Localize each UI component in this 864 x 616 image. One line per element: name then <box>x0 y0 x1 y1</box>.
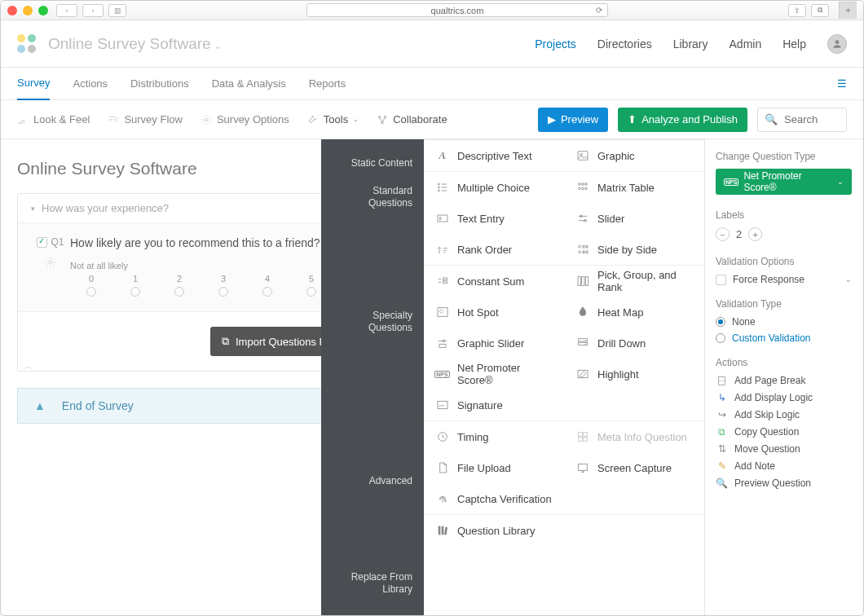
svg-rect-33 <box>578 277 580 286</box>
survey-options-button[interactable]: Survey Options <box>201 113 289 125</box>
menu-item-matrix-table[interactable]: Matrix Table <box>564 172 704 203</box>
svg-rect-26 <box>443 278 447 280</box>
menu-item-nps[interactable]: NPSNet Promoter Score® <box>424 359 564 389</box>
project-title-dropdown[interactable]: Online Survey Software⌄ <box>48 35 221 53</box>
action-add-display-logic[interactable]: ↳Add Display Logic <box>716 392 852 403</box>
menu-item-pick-group-rank[interactable]: Pick, Group, and Rank <box>564 266 704 297</box>
nav-admin[interactable]: Admin <box>730 37 762 51</box>
clock-icon <box>435 430 449 444</box>
analyze-publish-button[interactable]: ⬆ Analyze and Publish <box>618 108 747 132</box>
maximize-window-button[interactable] <box>38 6 48 15</box>
project-tabs: Survey Actions Distributions Data & Anal… <box>1 68 863 100</box>
menu-item-timing[interactable]: Timing <box>424 421 564 452</box>
drilldown-icon <box>575 337 589 350</box>
menu-item-constant-sum[interactable]: Constant Sum <box>424 266 564 297</box>
search-input[interactable] <box>782 112 840 126</box>
increment-button[interactable]: + <box>748 227 762 241</box>
menu-item-file-upload[interactable]: File Upload <box>424 452 564 483</box>
menu-item-text-entry[interactable]: Text Entry <box>424 203 564 234</box>
decrement-button[interactable]: − <box>716 227 730 241</box>
tools-dropdown[interactable]: Tools ⌄ <box>307 113 359 125</box>
svg-rect-43 <box>583 438 587 442</box>
tab-actions[interactable]: Actions <box>73 68 108 100</box>
look-and-feel-button[interactable]: Look & Feel <box>17 113 90 125</box>
validation-custom-radio[interactable]: Custom Validation <box>716 332 852 344</box>
menu-cat-advanced: Advanced <box>321 465 424 561</box>
menu-item-multiple-choice[interactable]: Multiple Choice <box>424 172 564 203</box>
search-icon: 🔍 <box>765 113 778 125</box>
change-type-label: Change Question Type <box>716 151 852 162</box>
action-copy-question[interactable]: ⧉Copy Question <box>716 426 852 438</box>
new-tab-button[interactable]: + <box>839 2 857 19</box>
list-view-icon[interactable]: ☰ <box>837 77 847 90</box>
text-icon: A <box>435 149 449 163</box>
action-preview-question[interactable]: 🔍Preview Question <box>716 477 852 489</box>
tab-data-analysis[interactable]: Data & Analysis <box>212 68 286 100</box>
tab-reports[interactable]: Reports <box>309 68 346 100</box>
question-checkbox[interactable] <box>37 237 47 248</box>
validation-none-radio[interactable]: None <box>716 316 852 328</box>
forward-button[interactable]: › <box>82 4 104 17</box>
menu-item-highlight[interactable]: Highlight <box>564 359 704 389</box>
menu-cat-standard: Standard Questions <box>321 180 424 300</box>
question-type-selector[interactable]: NPS Net Promoter Score® ⌄ <box>716 169 852 195</box>
tab-distributions[interactable]: Distributions <box>130 68 189 100</box>
tabs-button[interactable]: ⧉ <box>811 4 829 17</box>
user-avatar[interactable] <box>827 34 847 54</box>
sum-icon <box>435 275 449 288</box>
url-bar[interactable]: qualtrics.com ⟳ <box>306 3 608 17</box>
svg-rect-23 <box>586 245 588 248</box>
menu-item-graphic[interactable]: Graphic <box>564 140 704 171</box>
action-move-question[interactable]: ⇅Move Question <box>716 443 852 455</box>
nav-projects[interactable]: Projects <box>535 37 576 51</box>
menu-item-slider[interactable]: Slider <box>564 203 704 234</box>
side-by-side-icon <box>575 243 589 257</box>
nav-library[interactable]: Library <box>673 37 708 51</box>
menu-item-question-library[interactable]: Question Library <box>424 515 704 546</box>
tab-survey[interactable]: Survey <box>17 68 50 100</box>
menu-item-heat-map[interactable]: Heat Map <box>564 297 704 328</box>
menu-item-drill-down[interactable]: Drill Down <box>564 328 704 359</box>
gear-icon[interactable] <box>44 256 57 269</box>
action-add-page-break[interactable]: Add Page Break <box>716 375 852 386</box>
sidebar-button[interactable]: ▥ <box>108 4 126 17</box>
close-window-button[interactable] <box>7 6 17 15</box>
menu-item-hot-spot[interactable]: Hot Spot <box>424 297 564 328</box>
menu-item-signature[interactable]: Signature <box>424 389 564 420</box>
share-button[interactable]: ⇪ <box>788 4 806 17</box>
menu-item-meta-info[interactable]: Meta Info Question <box>564 421 704 452</box>
menu-item-descriptive-text[interactable]: ADescriptive Text <box>424 140 564 171</box>
force-response-toggle[interactable]: Force Response ⌄ <box>716 274 852 285</box>
menu-item-screen-capture[interactable]: Screen Capture <box>564 452 704 483</box>
refresh-icon[interactable]: ⟳ <box>596 6 602 15</box>
graphic-slider-icon <box>435 337 449 350</box>
move-icon: ⇅ <box>716 443 728 455</box>
preview-button[interactable]: ▶ Preview <box>538 108 608 132</box>
question-id: Q1 <box>51 236 64 248</box>
chevron-down-icon: ⌄ <box>837 178 844 186</box>
menu-item-rank-order[interactable]: Rank Order <box>424 234 564 265</box>
svg-rect-29 <box>439 310 442 312</box>
svg-rect-46 <box>441 526 443 535</box>
menu-item-graphic-slider[interactable]: Graphic Slider <box>424 328 564 359</box>
question-type-menu: Static Content Standard Questions Specia… <box>321 139 705 615</box>
action-add-skip-logic[interactable]: ↪Add Skip Logic <box>716 409 852 420</box>
back-button[interactable]: ‹ <box>56 4 77 17</box>
menu-item-captcha[interactable]: Captcha Verification <box>424 483 564 514</box>
warning-icon: ▲ <box>34 399 46 412</box>
search-input-container[interactable]: 🔍 <box>757 108 847 132</box>
svg-rect-34 <box>581 277 584 286</box>
nav-directories[interactable]: Directories <box>597 37 652 51</box>
collaborate-button[interactable]: Collaborate <box>377 113 447 125</box>
labels-label: Labels <box>716 209 852 221</box>
checkbox[interactable] <box>716 275 726 285</box>
svg-point-2 <box>378 116 380 117</box>
nav-help[interactable]: Help <box>782 37 806 51</box>
action-add-note[interactable]: ✎Add Note <box>716 460 852 472</box>
signature-icon <box>435 398 449 412</box>
survey-flow-button[interactable]: Survey Flow <box>108 113 183 125</box>
minimize-window-button[interactable] <box>23 6 33 15</box>
rank-icon <box>435 243 449 257</box>
collapse-toggle[interactable]: ︿ <box>24 360 33 372</box>
menu-item-side-by-side[interactable]: Side by Side <box>564 234 704 265</box>
